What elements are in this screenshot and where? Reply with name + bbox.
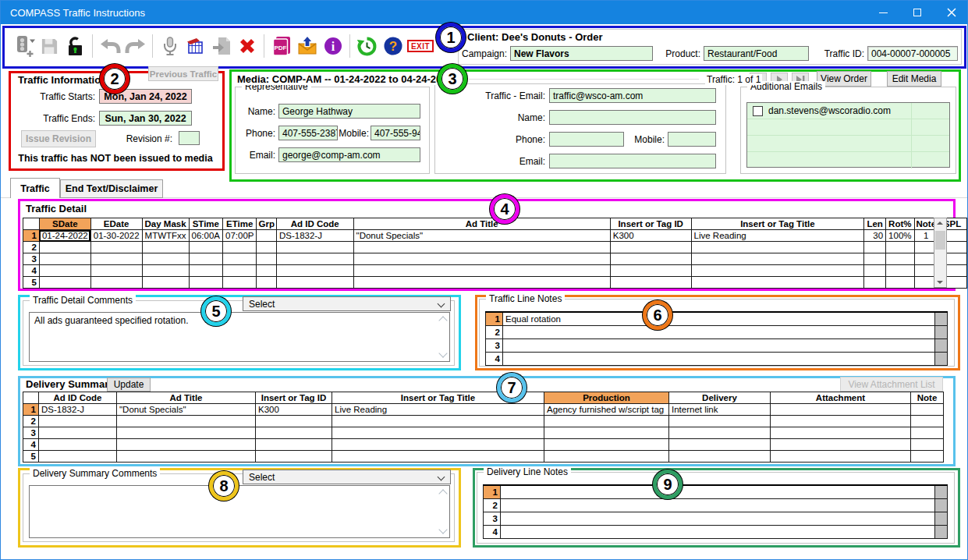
cell[interactable] bbox=[90, 277, 142, 289]
cell[interactable] bbox=[256, 416, 332, 427]
cell-adid[interactable]: DS-1832-J bbox=[276, 230, 353, 242]
save-button[interactable] bbox=[37, 31, 62, 61]
cell[interactable] bbox=[886, 277, 914, 289]
row-number[interactable]: 3 bbox=[23, 427, 39, 439]
cell[interactable] bbox=[864, 277, 886, 289]
cell[interactable] bbox=[189, 253, 222, 265]
cell-adtitle[interactable]: "Donut Specials" bbox=[353, 230, 610, 242]
traffic-comments-select[interactable]: Select bbox=[243, 296, 451, 311]
cell[interactable] bbox=[864, 265, 886, 277]
cell[interactable] bbox=[669, 416, 771, 427]
view-attachment-list-button[interactable]: View Attachment List bbox=[840, 377, 943, 392]
delivery-comments-textarea[interactable] bbox=[29, 485, 450, 538]
row-number[interactable]: 4 bbox=[484, 525, 501, 538]
cell[interactable] bbox=[544, 427, 669, 439]
cell[interactable] bbox=[911, 451, 944, 463]
row-number[interactable]: 2 bbox=[23, 416, 39, 427]
scroll-down-icon[interactable] bbox=[438, 349, 447, 357]
cell[interactable] bbox=[332, 427, 544, 439]
email-list-row[interactable] bbox=[747, 119, 949, 136]
cell[interactable] bbox=[332, 439, 544, 451]
cell[interactable] bbox=[223, 277, 257, 289]
traffic-detail-scrollbar[interactable] bbox=[934, 218, 947, 288]
note-cell[interactable] bbox=[501, 525, 935, 538]
cell[interactable] bbox=[142, 253, 189, 265]
row-number[interactable]: 5 bbox=[23, 277, 40, 289]
cell[interactable] bbox=[90, 242, 142, 253]
cell[interactable] bbox=[771, 427, 911, 439]
row-number[interactable]: 2 bbox=[484, 498, 501, 512]
cell[interactable] bbox=[353, 265, 610, 277]
cell[interactable] bbox=[256, 427, 332, 439]
cell-insert-title[interactable]: Live Reading bbox=[332, 404, 544, 416]
previous-traffic-button[interactable]: Previous Traffic bbox=[148, 66, 218, 81]
cell[interactable] bbox=[257, 265, 276, 277]
scroll-up-icon[interactable] bbox=[438, 316, 447, 324]
additional-emails-list[interactable]: dan.stevens@wscoradio.com bbox=[746, 102, 950, 168]
cell-adtitle[interactable]: "Donut Specials" bbox=[117, 404, 256, 416]
row-number[interactable]: 1 bbox=[23, 230, 40, 242]
update-button[interactable]: Update bbox=[107, 377, 151, 392]
cell[interactable] bbox=[90, 265, 142, 277]
product-input[interactable]: Restaurant/Food bbox=[704, 46, 809, 61]
row-number[interactable]: 2 bbox=[486, 325, 503, 338]
cell[interactable] bbox=[669, 439, 771, 451]
contact-phone-input[interactable] bbox=[549, 132, 624, 147]
scroll-thumb[interactable] bbox=[935, 231, 945, 250]
row-number[interactable]: 1 bbox=[484, 485, 501, 498]
issue-revision-button[interactable]: Issue Revision bbox=[21, 130, 96, 147]
cell[interactable] bbox=[864, 242, 886, 253]
lock-button[interactable] bbox=[62, 31, 88, 61]
cell[interactable] bbox=[223, 242, 257, 253]
cell[interactable] bbox=[39, 416, 117, 427]
maximize-button[interactable] bbox=[900, 1, 934, 24]
scroll-up-icon[interactable] bbox=[937, 222, 943, 225]
cell[interactable] bbox=[117, 427, 256, 439]
cell[interactable] bbox=[669, 451, 771, 463]
cell[interactable] bbox=[39, 451, 117, 463]
cell[interactable] bbox=[142, 277, 189, 289]
delivery-comments-select[interactable]: Select bbox=[243, 470, 451, 484]
cell-insert-id[interactable]: K300 bbox=[256, 404, 332, 416]
cell[interactable] bbox=[256, 451, 332, 463]
scroll-strip[interactable] bbox=[935, 498, 948, 512]
cell[interactable] bbox=[610, 277, 691, 289]
row-number[interactable]: 3 bbox=[23, 253, 40, 265]
cell[interactable] bbox=[691, 277, 864, 289]
contact-name-input[interactable] bbox=[549, 110, 716, 125]
campaign-input[interactable]: New Flavors bbox=[510, 46, 653, 61]
note-cell[interactable] bbox=[503, 325, 935, 338]
help-button[interactable]: ? bbox=[380, 31, 406, 61]
cell[interactable] bbox=[911, 439, 944, 451]
record-audio-button[interactable] bbox=[157, 31, 183, 61]
cell[interactable] bbox=[257, 242, 276, 253]
cell-delivery[interactable]: Internet link bbox=[669, 404, 771, 416]
row-number[interactable]: 3 bbox=[484, 512, 501, 525]
info-button[interactable]: i bbox=[320, 31, 346, 61]
tab-traffic[interactable]: Traffic bbox=[10, 178, 60, 198]
cell-grp[interactable] bbox=[257, 230, 276, 242]
redo-button[interactable] bbox=[122, 31, 148, 61]
cell[interactable] bbox=[223, 265, 257, 277]
cell[interactable] bbox=[691, 253, 864, 265]
cell-stime[interactable]: 06:00A bbox=[189, 230, 222, 242]
cell[interactable] bbox=[223, 253, 257, 265]
additional-email-checkbox[interactable] bbox=[753, 106, 763, 116]
note-cell[interactable] bbox=[503, 352, 935, 365]
cell-insert-title[interactable]: Live Reading bbox=[691, 230, 864, 242]
cell[interactable] bbox=[669, 427, 771, 439]
cell[interactable] bbox=[276, 265, 353, 277]
cell-attachment[interactable] bbox=[771, 404, 911, 416]
cell[interactable] bbox=[353, 242, 610, 253]
cell[interactable] bbox=[257, 253, 276, 265]
row-number[interactable]: 3 bbox=[486, 338, 503, 352]
scroll-strip[interactable] bbox=[935, 325, 948, 338]
note-cell[interactable] bbox=[501, 485, 935, 498]
note-cell[interactable] bbox=[501, 498, 935, 512]
cell[interactable] bbox=[610, 242, 691, 253]
cell[interactable] bbox=[610, 253, 691, 265]
cell[interactable] bbox=[142, 242, 189, 253]
cell[interactable] bbox=[332, 451, 544, 463]
cell-edate[interactable]: 01-30-2022 bbox=[90, 230, 142, 242]
cell[interactable] bbox=[610, 265, 691, 277]
